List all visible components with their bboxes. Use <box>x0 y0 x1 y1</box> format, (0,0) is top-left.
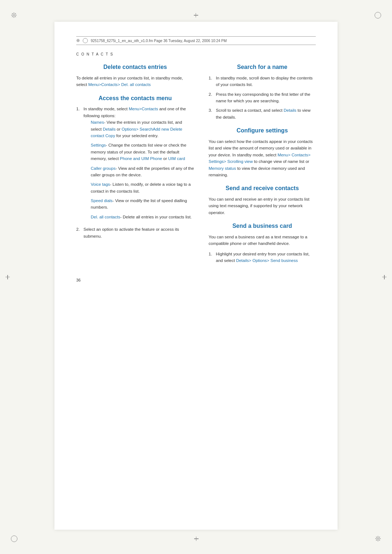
file-header: ❊ 9251758_6275i_1_en_au_oth_v1.0.fm Page… <box>76 36 316 45</box>
details-options-send-link: Details> Options> Send business <box>236 258 298 263</box>
options-section: Names- View the entries in your contacts… <box>83 119 194 220</box>
search-step3-text: Scroll to select a contact, and select D… <box>216 107 316 120</box>
access-contacts-heading: Access the contacts menu <box>76 95 194 102</box>
memory-status-link: Memory status <box>209 166 236 171</box>
del-all-label: Del. all contacts <box>91 215 120 219</box>
top-left-snowflake: ❊ <box>11 11 17 20</box>
settings-or: or <box>162 156 168 161</box>
voice-tags-label: Voice tags <box>91 182 110 186</box>
send-business-card-heading: Send a business card <box>209 222 316 230</box>
send-card-step1-text: Highlight your desired entry from your c… <box>216 251 316 264</box>
search-name-section: Search for a name 1. In standby mode, sc… <box>209 63 316 120</box>
bottom-left-circle <box>11 535 17 542</box>
send-business-card-list: 1. Highlight your desired entry from you… <box>209 251 316 264</box>
step1-num: 1. <box>76 106 81 223</box>
names-label: Names <box>91 120 104 124</box>
top-center-crosshair <box>194 13 198 17</box>
search-step2-text: Press the key corresponding to the first… <box>216 91 316 104</box>
search-step-3: 3. Scroll to select a contact, and selec… <box>209 107 316 120</box>
page-number: 36 <box>76 278 316 282</box>
send-card-step1-num: 1. <box>209 251 214 264</box>
delete-menu-link: Menu> <box>88 82 101 87</box>
delete-contacts-section: Delete contacts entries To delete all en… <box>76 63 194 88</box>
section-label: C o n t a c t s <box>76 52 316 56</box>
caller-groups-option: Caller groups- View and edit the propert… <box>91 165 194 178</box>
contacts-link1: Contacts <box>142 107 158 111</box>
search-step2-num: 2. <box>209 91 214 104</box>
access-step-1: 1. In standby mode, select Menu>Contacts… <box>76 106 194 223</box>
phone-uim-link: Phone and UIM Phone <box>120 156 162 161</box>
menu-contacts-settings-link: Menu> Contacts> Settings> Scrolling view <box>209 153 311 164</box>
send-card-step-1: 1. Highlight your desired entry from you… <box>209 251 316 264</box>
speed-dials-option: Speed dials- View or modify the list of … <box>91 197 194 211</box>
settings-option: Settings- Change the contacts list view … <box>91 142 194 162</box>
copy-link: Copy <box>104 134 115 138</box>
search-step1-num: 1. <box>209 75 214 88</box>
delete-all-link: > Del. all contacts <box>118 82 151 87</box>
send-business-card-body: You can send a business card as a text m… <box>209 234 316 247</box>
send-receive-heading: Send and receive contacts <box>209 185 316 192</box>
access-step-2: 2. Select an option to activate the feat… <box>76 226 194 239</box>
side-marks-left <box>5 275 10 279</box>
add-new-link: Add new <box>153 127 169 131</box>
search-step3-num: 3. <box>209 107 214 120</box>
del-all-option: Del. all contacts- Delete all entries in… <box>91 214 194 220</box>
configure-settings-heading: Configure settings <box>209 127 316 135</box>
page-container: ❊ ❊ 9251758_6275i_1_en_au_oth_v1.0.fm Pa… <box>0 0 392 554</box>
configure-settings-body: You can select how the contacts appear i… <box>209 138 316 178</box>
bottom-right-snowflake: ❊ <box>375 534 381 543</box>
bottom-center-crosshair <box>194 537 199 541</box>
details-view-link: Details <box>283 108 296 112</box>
search-step-2: 2. Press the key corresponding to the fi… <box>209 91 316 104</box>
send-receive-body: You can send and receive an entry in you… <box>209 196 316 216</box>
delete-contacts-body: To delete all entries in your contacts l… <box>76 75 194 88</box>
step2-text: Select an option to activate the feature… <box>83 226 194 239</box>
caller-groups-label: Caller groups <box>91 166 115 171</box>
del-all-text: - Delete all entries in your contacts li… <box>120 215 192 219</box>
top-right-circle <box>375 12 381 19</box>
right-column: Search for a name 1. In standby mode, sc… <box>209 63 316 267</box>
side-marks-right <box>382 275 387 279</box>
step2-num: 2. <box>76 226 81 239</box>
send-receive-section: Send and receive contacts You can send a… <box>209 185 316 216</box>
access-contacts-section: Access the contacts menu 1. In standby m… <box>76 95 194 239</box>
side-right-crosshair <box>382 275 387 279</box>
names-suffix: for your selected entry. <box>115 134 158 138</box>
side-left-crosshair <box>5 275 10 279</box>
snowflake-icon: ❊ <box>76 38 80 43</box>
voice-tags-option: Voice tags- Listen to, modify, or delete… <box>91 181 194 194</box>
access-contacts-list: 1. In standby mode, select Menu>Contacts… <box>76 106 194 239</box>
document-page: ❊ 9251758_6275i_1_en_au_oth_v1.0.fm Page… <box>54 22 338 530</box>
step1-text: In standby mode, select Menu>Contacts an… <box>83 106 194 223</box>
configure-settings-section: Configure settings You can select how th… <box>209 127 316 178</box>
left-column: Delete contacts entries To delete all en… <box>76 63 194 242</box>
two-column-layout: Delete contacts entries To delete all en… <box>76 63 316 267</box>
settings-label: Settings <box>91 143 106 147</box>
delete-contacts-heading: Delete contacts entries <box>76 63 194 71</box>
options-search-link: Options> Search <box>122 127 153 131</box>
speed-dials-label: Speed dials <box>91 198 113 203</box>
search-step1-text: In standby mode, scroll down to display … <box>216 75 316 88</box>
search-name-heading: Search for a name <box>209 63 316 71</box>
search-step-1: 1. In standby mode, scroll down to displ… <box>209 75 316 88</box>
top-marks: ❊ <box>0 11 392 20</box>
search-name-list: 1. In standby mode, scroll down to displ… <box>209 75 316 120</box>
details-link: Details <box>103 127 115 131</box>
names-or: or <box>115 127 122 131</box>
file-header-text: 9251758_6275i_1_en_au_oth_v1.0.fm Page 3… <box>91 39 227 43</box>
names-option: Names- View the entries in your contacts… <box>91 119 194 139</box>
delete-contacts-link: Contacts <box>101 82 118 87</box>
uim-card-link: UIM card <box>168 156 185 161</box>
menu-link1: Menu> <box>129 107 142 111</box>
bottom-marks: ❊ <box>0 534 392 543</box>
send-business-card-section: Send a business card You can send a busi… <box>209 222 316 264</box>
circle-icon <box>83 38 88 43</box>
